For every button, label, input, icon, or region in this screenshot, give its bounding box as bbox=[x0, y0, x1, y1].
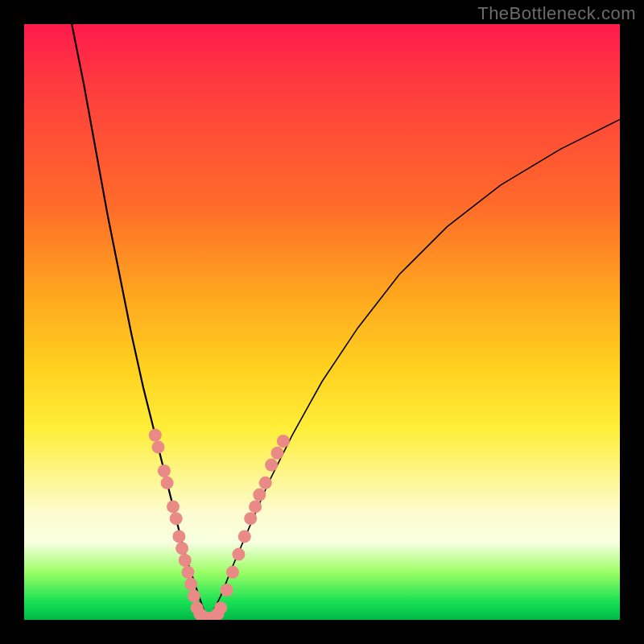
highlight-dot bbox=[184, 578, 197, 591]
highlight-dot bbox=[161, 477, 174, 489]
highlight-dot bbox=[259, 477, 272, 489]
highlight-dot bbox=[249, 500, 262, 513]
highlight-dot bbox=[244, 512, 257, 525]
highlight-dot bbox=[232, 548, 245, 561]
highlight-dot bbox=[167, 500, 180, 513]
highlight-dot bbox=[172, 530, 185, 543]
highlight-dot bbox=[175, 542, 188, 555]
highlight-dot bbox=[170, 512, 183, 525]
highlight-dot bbox=[265, 459, 278, 472]
highlight-dot bbox=[226, 566, 239, 579]
curve-right-branch bbox=[208, 119, 620, 620]
highlight-dot bbox=[271, 447, 284, 460]
highlight-dot bbox=[238, 530, 251, 543]
highlight-dot bbox=[179, 554, 192, 567]
outer-frame: TheBottleneck.com bbox=[0, 0, 644, 644]
highlight-dot bbox=[158, 464, 171, 477]
highlight-dot bbox=[182, 566, 195, 579]
highlight-dot bbox=[149, 429, 162, 442]
curve-left-branch bbox=[72, 24, 208, 620]
watermark-text: TheBottleneck.com bbox=[477, 3, 636, 24]
plot-area bbox=[24, 24, 620, 620]
highlight-dot bbox=[277, 435, 290, 448]
highlight-dot bbox=[188, 589, 200, 602]
highlight-dot bbox=[214, 601, 227, 614]
chart-svg bbox=[24, 24, 620, 620]
highlight-dots bbox=[149, 429, 290, 620]
highlight-dot bbox=[253, 489, 266, 502]
highlight-dot bbox=[152, 440, 165, 453]
highlight-dot bbox=[221, 584, 233, 597]
